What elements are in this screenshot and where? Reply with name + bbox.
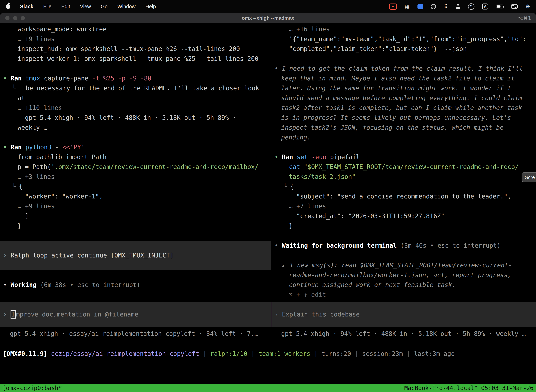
menu-extra-icon[interactable]: ✳ — [526, 3, 530, 10]
command-output-line: } — [0, 221, 271, 231]
window-title-bar[interactable]: omx --xhigh --madmax ⌥⌘1 — [0, 13, 536, 23]
collapsed-lines-indicator[interactable]: … +7 lines — [271, 201, 536, 211]
gauge-menu-icon[interactable]: 61 — [468, 3, 474, 10]
composer-line: › Explain this codebase — [271, 309, 360, 319]
composer-input[interactable]: › Improve documentation in @filename — [0, 302, 271, 327]
screen-share-tooltip: Scre — [522, 173, 536, 182]
tree-connector-icon: └ — [12, 182, 19, 191]
command-line: cat "$OMX_TEAM_STATE_ROOT/team/review-cu… — [271, 162, 536, 172]
command-header: • Ran python3 - <<'PY' — [0, 142, 271, 152]
record-frame-icon — [389, 4, 397, 10]
reasoning-line: • I need to get the claim token from the… — [271, 64, 536, 73]
reasoning-line: should send a message before completing … — [271, 93, 536, 103]
collapsed-lines-indicator[interactable]: … +110 lines — [0, 103, 271, 113]
inbox-message-line: ↳1 new msg(s): read $OMX_TEAM_STATE_ROOT… — [271, 260, 536, 270]
control-center-menu[interactable] — [511, 3, 518, 10]
menu-bar-status-items: ▦ ⠿ 61 A ✳ — [389, 3, 530, 10]
prompt-icon: › — [274, 311, 282, 318]
separator: | — [407, 350, 410, 357]
gauge-badge: 61 — [468, 3, 474, 10]
command-output-line: } — [271, 221, 536, 231]
composer-input[interactable]: › Explain this codebase — [271, 302, 536, 327]
bullet-icon: • — [274, 154, 282, 160]
collapsed-lines-indicator[interactable]: … +9 lines — [0, 34, 271, 44]
menu-help[interactable]: Help — [145, 4, 156, 9]
model-status-footer: gpt-5.4 xhigh · essay/ai-reimplementatio… — [0, 329, 271, 339]
code-string: '.omx/state/team/review-current-readme-a… — [51, 163, 258, 170]
bullet-icon: • — [3, 75, 10, 82]
left-pane[interactable]: workspace_mode: worktree … +9 lines insp… — [0, 23, 271, 345]
control-center-icon — [511, 4, 518, 9]
inbox-message-line: readme-and-reco/mailbox/worker-1.json, a… — [271, 270, 536, 280]
window-title: omx --xhigh --madmax — [0, 15, 536, 21]
bullet-icon: • — [3, 281, 10, 288]
separator: | — [251, 350, 255, 357]
waiting-status: • Waiting for background terminal (3m 46… — [271, 241, 536, 250]
collapsed-lines-indicator[interactable]: … +16 lines — [271, 24, 536, 34]
prompt-icon: › — [3, 311, 10, 318]
reasoning-text: I need to get the claim token from the c… — [282, 65, 523, 72]
apple-logo-icon — [6, 4, 10, 9]
code-line: from pathlib import Path — [0, 152, 271, 162]
reasoning-line: pending. — [271, 132, 536, 142]
grid-menu-icon[interactable]: ▦ — [405, 3, 410, 10]
menu-bar-left: Slack File Edit View Go Window Help — [6, 3, 156, 10]
screen-recording-indicator-icon[interactable] — [389, 3, 397, 10]
input-source-icon: A — [482, 4, 488, 9]
input-source-menu[interactable]: A — [482, 3, 488, 10]
blue-app-icon — [417, 4, 423, 9]
zoom-button[interactable] — [21, 16, 25, 20]
dark-app-icon — [431, 4, 436, 9]
blank-line — [271, 250, 536, 260]
blank-line — [271, 54, 536, 64]
person-icon — [456, 4, 460, 9]
bullet-icon: • — [274, 65, 282, 72]
collapsed-lines-indicator[interactable]: … +3 lines — [0, 172, 271, 182]
command-name: cat — [289, 163, 304, 170]
terminal-line: inspect_worker-1: omx sparkshell --tmux-… — [0, 54, 271, 64]
tmux-session-window[interactable]: [omx-cczip0:bash* — [2, 385, 62, 392]
right-pane[interactable]: … +16 lines '{"team_name":"my-team","tas… — [271, 23, 536, 345]
omx-project: cczip/essay/ai-reimplementation-copyleft — [51, 350, 199, 357]
omx-last-activity: last:3m ago — [414, 350, 455, 357]
minimize-button[interactable] — [13, 16, 17, 20]
reasoning-line: inspect task2's JSON, focusing on the st… — [271, 123, 536, 132]
menu-file[interactable]: File — [43, 4, 52, 9]
heredoc-marker: <<'PY' — [62, 144, 85, 151]
menu-bar: Slack File Edit View Go Window Help ▦ ⠿ … — [0, 0, 536, 13]
dark-app-menu-icon[interactable] — [431, 3, 436, 10]
dots-grid-icon[interactable]: ⠿ — [444, 3, 448, 10]
ran-label: Ran — [282, 154, 297, 160]
command-output-line: └{ — [271, 182, 536, 191]
menu-go[interactable]: Go — [101, 4, 108, 9]
tree-connector-icon: └ — [283, 182, 290, 191]
battery-icon — [496, 5, 503, 9]
app-menu-slack[interactable]: Slack — [20, 4, 34, 9]
collapsed-lines-indicator[interactable]: … +9 lines — [0, 201, 271, 211]
command-name: tmux — [25, 75, 40, 82]
person-menu-icon[interactable] — [456, 3, 460, 10]
code-line: p = Path('.omx/state/team/review-current… — [0, 162, 271, 172]
output-text: be necessary for the end of the README. … — [26, 85, 259, 92]
terminal-line: workspace_mode: worktree — [0, 24, 271, 34]
close-button[interactable] — [5, 16, 10, 20]
command-string: "$OMX_TEAM_STATE_ROOT/team/review-curren… — [304, 163, 519, 170]
traffic-lights — [0, 16, 25, 20]
blank-line — [0, 64, 271, 73]
menu-window[interactable]: Window — [117, 4, 136, 9]
composer-placeholder: mprove documentation in @filename — [16, 311, 138, 318]
menu-view[interactable]: View — [80, 4, 91, 9]
command-text: capture-pane — [40, 75, 92, 82]
apple-menu[interactable] — [6, 3, 10, 10]
command-output-line: "worker": "worker-1", — [0, 191, 271, 201]
working-label: Working — [10, 281, 37, 288]
inbox-message-line: continue assigned work or next feasible … — [271, 280, 536, 290]
command-header: • Ran tmux capture-pane -t %25 -p -S -80 — [0, 73, 271, 83]
tree-connector-icon: └ — [12, 83, 26, 93]
omx-ralph-counter: ralph:1/10 — [210, 350, 247, 357]
battery-menu[interactable] — [496, 3, 503, 10]
ran-label: Ran — [10, 75, 25, 82]
command-output-line: └{ — [0, 182, 271, 191]
blue-app-menu-icon[interactable] — [417, 3, 423, 10]
menu-edit[interactable]: Edit — [61, 4, 70, 9]
